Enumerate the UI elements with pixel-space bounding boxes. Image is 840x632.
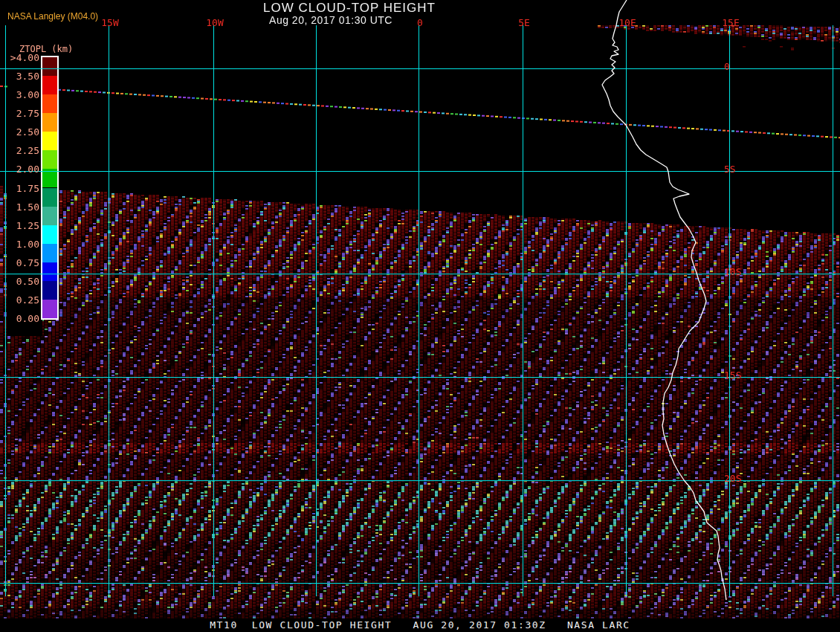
meridian-line	[5, 25, 6, 596]
legend-tick-label: 0.75	[7, 258, 39, 268]
legend-block	[42, 207, 57, 225]
parallel-line	[0, 480, 840, 481]
legend-block	[42, 188, 57, 207]
meridian-line	[213, 25, 214, 596]
legend-block	[42, 94, 57, 113]
legend-block	[42, 57, 57, 76]
meridian-line	[523, 25, 523, 596]
parallel-line	[0, 68, 840, 69]
status-bar-text: MT10 LOW CLOUD-TOP HEIGHT AUG 20, 2017 0…	[0, 619, 840, 632]
meridian-line	[316, 25, 317, 596]
meridian-line	[729, 25, 730, 596]
meridian-line	[419, 25, 419, 596]
latitude-label: 20S	[724, 474, 741, 483]
legend-block	[42, 244, 57, 262]
legend-tick-label: 2.75	[7, 109, 39, 118]
legend-block	[42, 132, 57, 150]
legend-block	[42, 262, 57, 281]
legend-block	[42, 225, 57, 244]
latitude-label: 0	[724, 62, 730, 71]
legend-colorbar	[41, 56, 59, 320]
meridian-line	[833, 25, 833, 596]
parallel-line	[0, 583, 840, 584]
satellite-product-view: ZTOPL (km) >4.003.503.002.752.502.252.00…	[0, 0, 840, 632]
legend-tick-label: 1.50	[7, 202, 39, 212]
legend-tick-label: 3.50	[7, 71, 39, 81]
legend-block	[42, 169, 57, 187]
legend-block	[42, 150, 57, 169]
legend-block	[42, 76, 57, 94]
legend-block	[42, 113, 57, 132]
parallel-line	[0, 377, 840, 378]
latitude-label: 10S	[724, 267, 741, 277]
legend-tick-label: 0.50	[7, 277, 39, 286]
cloud-top-height-field	[0, 0, 840, 632]
legend-tick-label: 1.75	[7, 184, 39, 193]
legend-tick-label: 1.00	[7, 239, 39, 249]
latitude-label: 15S	[724, 370, 741, 380]
legend-tick-label: 0.25	[7, 295, 39, 305]
parallel-line	[0, 274, 840, 274]
legend-tick-label: >4.00	[7, 53, 39, 62]
longitude-label: 15E	[716, 18, 746, 28]
legend-block	[42, 281, 57, 300]
status-bar: MT10 LOW CLOUD-TOP HEIGHT AUG 20, 2017 0…	[0, 619, 840, 632]
page-datetime: Aug 20, 2017 01:30 UTC	[0, 15, 662, 26]
latitude-label: 5S	[724, 164, 736, 174]
parallel-line	[0, 171, 840, 172]
legend-tick-label: 2.00	[7, 164, 39, 174]
legend-tick-label: 2.25	[7, 146, 39, 155]
meridian-line	[109, 25, 109, 596]
meridian-line	[626, 25, 627, 596]
legend-tick-label: 0.00	[7, 314, 39, 323]
legend-tick-label: 2.50	[7, 127, 39, 137]
page-title: LOW CLOUD-TOP HEIGHT	[0, 1, 699, 15]
legend-tick-label: 1.25	[7, 221, 39, 230]
legend-tick-label: 3.00	[7, 90, 39, 100]
legend-block	[42, 300, 57, 318]
